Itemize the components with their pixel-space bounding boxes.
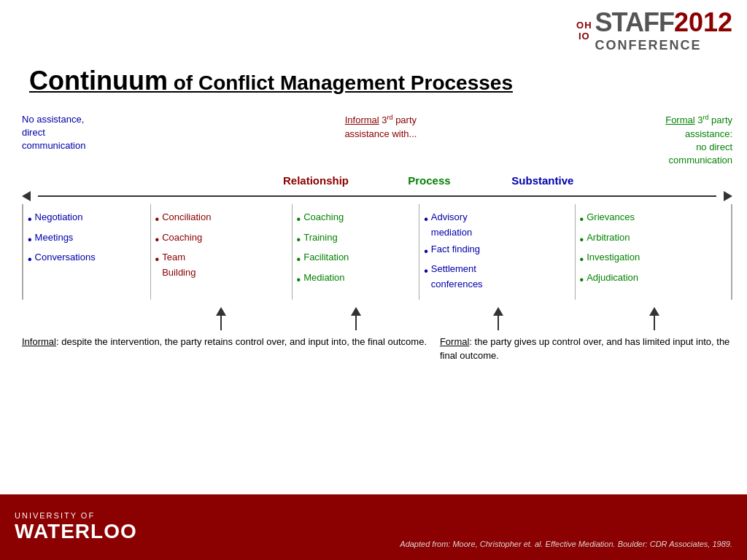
formal-item-2: • Arbitration xyxy=(580,230,727,249)
page-title: Continuum of Conflict Management Process… xyxy=(29,66,513,96)
up-arrow-stem-2 xyxy=(220,316,222,330)
top-labels: No assistance, direct communication Info… xyxy=(22,113,732,167)
col-header-substantive: Substantive xyxy=(483,173,603,188)
up-arrow-head-5 xyxy=(649,307,659,316)
grid-col-relationship: • Conciliation • Coaching • TeamBuilding xyxy=(151,204,293,300)
process-item-1: • Coaching xyxy=(297,210,415,229)
up-arrow-col-4 xyxy=(419,307,576,330)
process-item-3: • Facilitation xyxy=(297,250,415,269)
grid-col-formal: • Grievances • Arbitration • Investigati… xyxy=(576,204,731,300)
substantive-item-2: • Fact finding xyxy=(424,242,570,261)
up-arrow-2 xyxy=(216,307,226,330)
top-label-direct: No assistance, direct communication xyxy=(22,113,255,167)
negotiate-item-2: • Meetings xyxy=(28,230,146,249)
relationship-item-1: • Conciliation xyxy=(155,210,287,229)
formal-item-1: • Grievances xyxy=(580,210,727,229)
arrow-line xyxy=(38,195,716,197)
up-arrow-4 xyxy=(493,307,503,330)
logo-top-row: STAFF2012 xyxy=(595,7,732,38)
bottom-text-formal: Formal: the party gives up control over,… xyxy=(434,335,732,363)
substantive-item-3: • Settlementconferences xyxy=(424,262,570,292)
process-item-4: • Mediation xyxy=(297,271,415,289)
content-grid: • Negotiation • Meetings • Conversations… xyxy=(22,204,732,300)
process-item-2: • Training xyxy=(297,230,415,249)
up-arrow-col-5 xyxy=(576,307,732,330)
up-arrow-head-4 xyxy=(493,307,503,316)
up-arrow-col-1 xyxy=(22,307,150,330)
arrow-right-icon xyxy=(724,191,732,201)
ohio-bottom: IO xyxy=(578,31,590,42)
footer: UNIVERSITY OF WATERLOO Adapted from: Moo… xyxy=(0,494,747,560)
ohio-top: OH xyxy=(576,20,592,31)
up-arrows-row xyxy=(22,307,732,330)
title-rest: of Conflict Management Processes xyxy=(168,71,513,94)
bottom-text-informal: Informal: despite the intervention, the … xyxy=(22,335,434,363)
up-arrow-3 xyxy=(351,307,361,330)
top-label-informal: Informal 3rd party assistance with... xyxy=(263,113,499,167)
up-arrow-col-3 xyxy=(292,307,419,330)
main-content: No assistance, direct communication Info… xyxy=(22,113,732,487)
up-arrow-head-2 xyxy=(216,307,226,316)
bottom-text-row: Informal: despite the intervention, the … xyxy=(22,335,732,363)
ohio-logo: OH IO xyxy=(576,20,592,42)
up-arrow-col-2 xyxy=(150,307,292,330)
logo-conference: CONFERENCE xyxy=(595,38,732,53)
arrow-left-icon xyxy=(22,191,31,201)
logo-right: STAFF2012 CONFERENCE xyxy=(595,7,732,53)
formal-item-3: • Investigation xyxy=(580,250,727,269)
footer-waterloo: WATERLOO xyxy=(15,520,137,543)
top-label-formal: Formal 3rd party assistance: no direct c… xyxy=(499,113,732,167)
grid-col-substantive: • Advisorymediation • Fact finding • Set… xyxy=(419,204,575,300)
footer-logo: UNIVERSITY OF WATERLOO xyxy=(15,511,137,543)
up-arrow-stem-4 xyxy=(498,316,499,330)
up-arrow-5 xyxy=(649,307,659,330)
relationship-item-3: • TeamBuilding xyxy=(155,250,287,281)
negotiate-item-3: • Conversations xyxy=(28,250,146,269)
formal-item-4: • Adjudication xyxy=(580,271,727,289)
up-arrow-stem-3 xyxy=(355,316,357,330)
relationship-item-2: • Coaching xyxy=(155,230,287,249)
col-header-process: Process xyxy=(376,173,483,188)
logo-area: OH IO STAFF2012 CONFERENCE xyxy=(576,7,732,53)
logo-year: 2012 xyxy=(674,7,732,38)
col-headers-row: Relationship Process Substantive xyxy=(22,173,732,188)
negotiate-item-1: • Negotiation xyxy=(28,210,146,229)
grid-col-negotiate: • Negotiation • Meetings • Conversations xyxy=(23,204,151,300)
title-continuum: Continuum xyxy=(29,66,168,96)
grid-col-process: • Coaching • Training • Facilitation • M… xyxy=(293,204,420,300)
up-arrow-stem-5 xyxy=(654,316,655,330)
up-arrow-head-3 xyxy=(351,307,361,316)
logo-staff: STAFF xyxy=(595,7,674,38)
footer-university-of: UNIVERSITY OF xyxy=(15,511,137,520)
footer-citation: Adapted from: Moore, Christopher et. al.… xyxy=(400,540,732,548)
substantive-item-1: • Advisorymediation xyxy=(424,210,570,241)
col-header-relationship: Relationship xyxy=(256,173,376,188)
arrow-row xyxy=(22,191,732,201)
